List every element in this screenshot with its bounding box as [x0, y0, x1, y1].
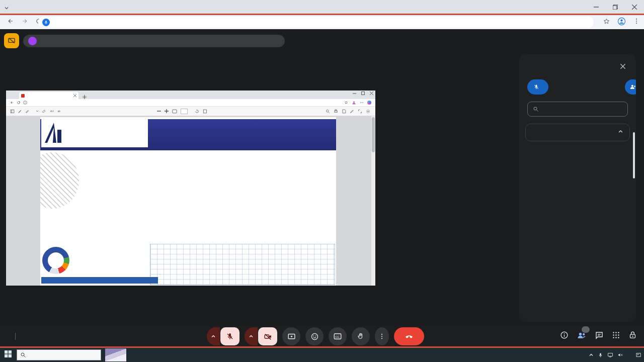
raise-hand-button[interactable] [352, 327, 370, 345]
captions-icon: CC [333, 332, 342, 341]
find-icon[interactable]: ab [57, 109, 62, 114]
end-call-button[interactable] [394, 327, 424, 345]
window-maximize-button[interactable] [606, 0, 625, 14]
contributors-header[interactable] [526, 124, 629, 138]
more-vertical-icon [378, 333, 385, 340]
presentation-warning-button[interactable] [4, 33, 19, 48]
edge-tab-close-icon[interactable] [73, 94, 76, 97]
rotate-icon[interactable] [195, 109, 199, 114]
camera-off-icon [264, 332, 272, 341]
save-icon[interactable] [342, 109, 346, 114]
people-count-badge [582, 326, 590, 333]
info-icon [560, 331, 569, 339]
lock-icon [628, 331, 637, 339]
edge-back-icon[interactable] [10, 101, 14, 105]
grid-icon [612, 331, 620, 339]
pen-icon[interactable] [18, 109, 22, 114]
hand-icon [357, 332, 365, 340]
screen: A ab [0, 0, 644, 362]
mic-options-chevron[interactable] [207, 327, 220, 345]
start-button[interactable] [5, 350, 12, 359]
edge-favorites-icon[interactable] [344, 101, 348, 105]
search-icon [20, 352, 26, 358]
edge-maximize-icon[interactable] [361, 92, 365, 95]
system-tray [589, 352, 644, 358]
windows-taskbar [0, 348, 644, 362]
pdf-scrollbar[interactable] [371, 116, 375, 286]
edge-reload-icon[interactable] [17, 101, 21, 105]
camera-options-chevron[interactable] [245, 327, 258, 345]
read-aloud-icon[interactable]: A [49, 109, 54, 114]
mic-off-icon [226, 332, 234, 340]
eraser-icon[interactable] [42, 109, 46, 114]
expand-icon[interactable] [358, 109, 362, 114]
edge-new-tab-icon[interactable] [83, 95, 87, 99]
people-search[interactable] [527, 102, 628, 117]
window-close-button[interactable] [625, 0, 644, 14]
mic-toggle-button[interactable] [220, 327, 239, 345]
edge-minimize-icon[interactable] [353, 92, 356, 95]
zoom-out-icon[interactable] [157, 109, 161, 113]
present-screen-button[interactable] [282, 327, 300, 345]
url-bar[interactable] [38, 17, 594, 28]
copilot-icon[interactable] [367, 101, 371, 105]
contributors-group [525, 124, 630, 141]
bookmark-star-icon[interactable] [603, 18, 610, 27]
pdf-sidebar-icon[interactable] [10, 109, 15, 114]
svg-text:CC: CC [335, 335, 340, 338]
taskbar-search-input[interactable] [29, 351, 90, 358]
pdf-toolbar: A ab [6, 107, 375, 116]
forward-icon[interactable] [21, 18, 28, 27]
file-info-icon [23, 101, 27, 105]
slide [40, 117, 336, 286]
host-controls-button[interactable] [628, 331, 637, 341]
pdf-search-icon[interactable] [326, 109, 330, 114]
people-search-input[interactable] [543, 106, 613, 113]
page-view-icon[interactable] [203, 109, 207, 114]
tray-volume-icon[interactable] [617, 352, 623, 358]
edge-profile-icon[interactable] [352, 101, 356, 105]
edge-close-icon[interactable] [370, 92, 373, 95]
camera-toggle-button[interactable] [258, 327, 277, 345]
chevron-up-icon[interactable] [618, 129, 623, 134]
edge-menu-icon[interactable] [360, 101, 364, 105]
weather-widget[interactable] [105, 348, 126, 361]
chat-button[interactable] [595, 331, 604, 342]
edge-tab[interactable] [19, 92, 78, 99]
captions-button[interactable]: CC [329, 327, 347, 345]
browser-tabstrip [0, 0, 644, 14]
profile-avatar-icon[interactable] [617, 17, 626, 28]
tray-network-icon[interactable] [607, 352, 613, 358]
faculty-logo [42, 247, 74, 274]
add-person-button[interactable] [625, 79, 636, 95]
meeting-info-button[interactable] [560, 331, 569, 341]
tab-mic-indicator-icon [42, 19, 50, 26]
panel-scrollbar[interactable] [633, 132, 635, 178]
edge-url-row[interactable] [6, 99, 375, 107]
tray-mic-icon[interactable] [598, 352, 603, 358]
reactions-button[interactable] [305, 327, 324, 345]
mute-all-button[interactable] [527, 79, 548, 95]
fit-page-icon[interactable] [172, 109, 177, 114]
zoom-in-icon[interactable] [165, 109, 169, 113]
taskbar-search[interactable] [17, 349, 101, 360]
edit-icon[interactable] [350, 109, 354, 114]
window-minimize-button[interactable] [587, 0, 606, 14]
more-options-button[interactable] [375, 327, 389, 345]
activities-button[interactable] [612, 331, 620, 341]
draw-chevron-icon[interactable] [36, 110, 39, 113]
mic-off-icon [533, 84, 539, 90]
toolbar-right [603, 15, 640, 29]
back-icon[interactable] [7, 18, 14, 27]
tab-search-chevron-icon[interactable] [4, 4, 9, 13]
close-panel-icon[interactable] [619, 62, 627, 70]
pdf-settings-icon[interactable] [366, 109, 370, 114]
action-center-icon[interactable] [635, 352, 641, 358]
print-icon[interactable] [334, 109, 338, 114]
page-number-input[interactable] [181, 109, 188, 114]
highlighter-icon[interactable] [25, 109, 30, 114]
people-button[interactable] [577, 330, 587, 342]
tray-chevron-icon[interactable] [589, 352, 594, 357]
browser-menu-icon[interactable] [633, 18, 640, 27]
end-call-icon [404, 331, 414, 341]
